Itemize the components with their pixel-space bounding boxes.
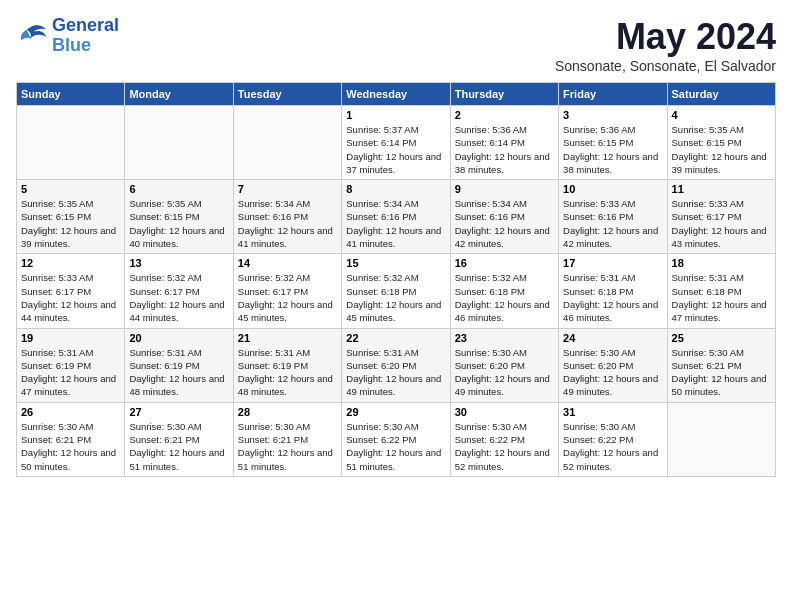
calendar-cell: 23Sunrise: 5:30 AMSunset: 6:20 PMDayligh… [450, 328, 558, 402]
calendar-cell: 25Sunrise: 5:30 AMSunset: 6:21 PMDayligh… [667, 328, 775, 402]
day-info: Sunrise: 5:35 AMSunset: 6:15 PMDaylight:… [672, 123, 771, 176]
calendar-week-2: 12Sunrise: 5:33 AMSunset: 6:17 PMDayligh… [17, 254, 776, 328]
day-info: Sunrise: 5:30 AMSunset: 6:22 PMDaylight:… [455, 420, 554, 473]
calendar-cell: 1Sunrise: 5:37 AMSunset: 6:14 PMDaylight… [342, 106, 450, 180]
day-number: 19 [21, 332, 120, 344]
calendar-cell: 10Sunrise: 5:33 AMSunset: 6:16 PMDayligh… [559, 180, 667, 254]
day-number: 11 [672, 183, 771, 195]
day-number: 24 [563, 332, 662, 344]
day-info: Sunrise: 5:30 AMSunset: 6:21 PMDaylight:… [21, 420, 120, 473]
calendar-cell: 24Sunrise: 5:30 AMSunset: 6:20 PMDayligh… [559, 328, 667, 402]
day-number: 26 [21, 406, 120, 418]
calendar-cell: 7Sunrise: 5:34 AMSunset: 6:16 PMDaylight… [233, 180, 341, 254]
calendar-cell: 18Sunrise: 5:31 AMSunset: 6:18 PMDayligh… [667, 254, 775, 328]
day-info: Sunrise: 5:34 AMSunset: 6:16 PMDaylight:… [455, 197, 554, 250]
title-block: May 2024 Sonsonate, Sonsonate, El Salvad… [555, 16, 776, 74]
weekday-header-friday: Friday [559, 83, 667, 106]
day-number: 12 [21, 257, 120, 269]
calendar-cell: 5Sunrise: 5:35 AMSunset: 6:15 PMDaylight… [17, 180, 125, 254]
calendar-cell: 29Sunrise: 5:30 AMSunset: 6:22 PMDayligh… [342, 402, 450, 476]
calendar-cell: 13Sunrise: 5:32 AMSunset: 6:17 PMDayligh… [125, 254, 233, 328]
day-number: 2 [455, 109, 554, 121]
day-info: Sunrise: 5:33 AMSunset: 6:17 PMDaylight:… [21, 271, 120, 324]
day-info: Sunrise: 5:31 AMSunset: 6:18 PMDaylight:… [672, 271, 771, 324]
day-info: Sunrise: 5:34 AMSunset: 6:16 PMDaylight:… [346, 197, 445, 250]
day-number: 10 [563, 183, 662, 195]
day-info: Sunrise: 5:34 AMSunset: 6:16 PMDaylight:… [238, 197, 337, 250]
day-number: 28 [238, 406, 337, 418]
weekday-header-sunday: Sunday [17, 83, 125, 106]
day-info: Sunrise: 5:30 AMSunset: 6:20 PMDaylight:… [455, 346, 554, 399]
calendar-cell: 26Sunrise: 5:30 AMSunset: 6:21 PMDayligh… [17, 402, 125, 476]
weekday-header-tuesday: Tuesday [233, 83, 341, 106]
calendar-cell: 28Sunrise: 5:30 AMSunset: 6:21 PMDayligh… [233, 402, 341, 476]
month-title: May 2024 [555, 16, 776, 58]
weekday-header-wednesday: Wednesday [342, 83, 450, 106]
calendar-cell: 19Sunrise: 5:31 AMSunset: 6:19 PMDayligh… [17, 328, 125, 402]
day-number: 15 [346, 257, 445, 269]
calendar-cell: 27Sunrise: 5:30 AMSunset: 6:21 PMDayligh… [125, 402, 233, 476]
day-number: 4 [672, 109, 771, 121]
day-number: 30 [455, 406, 554, 418]
calendar-week-0: 1Sunrise: 5:37 AMSunset: 6:14 PMDaylight… [17, 106, 776, 180]
day-number: 25 [672, 332, 771, 344]
day-info: Sunrise: 5:31 AMSunset: 6:19 PMDaylight:… [238, 346, 337, 399]
page-header: General Blue May 2024 Sonsonate, Sonsona… [16, 16, 776, 74]
calendar-cell: 2Sunrise: 5:36 AMSunset: 6:14 PMDaylight… [450, 106, 558, 180]
calendar-cell: 21Sunrise: 5:31 AMSunset: 6:19 PMDayligh… [233, 328, 341, 402]
logo-icon [16, 22, 48, 50]
day-info: Sunrise: 5:36 AMSunset: 6:15 PMDaylight:… [563, 123, 662, 176]
day-info: Sunrise: 5:32 AMSunset: 6:18 PMDaylight:… [346, 271, 445, 324]
day-info: Sunrise: 5:36 AMSunset: 6:14 PMDaylight:… [455, 123, 554, 176]
day-info: Sunrise: 5:30 AMSunset: 6:21 PMDaylight:… [672, 346, 771, 399]
calendar-cell [233, 106, 341, 180]
calendar-cell: 15Sunrise: 5:32 AMSunset: 6:18 PMDayligh… [342, 254, 450, 328]
day-info: Sunrise: 5:31 AMSunset: 6:19 PMDaylight:… [129, 346, 228, 399]
day-number: 21 [238, 332, 337, 344]
day-info: Sunrise: 5:35 AMSunset: 6:15 PMDaylight:… [129, 197, 228, 250]
day-info: Sunrise: 5:31 AMSunset: 6:18 PMDaylight:… [563, 271, 662, 324]
calendar-cell: 20Sunrise: 5:31 AMSunset: 6:19 PMDayligh… [125, 328, 233, 402]
day-info: Sunrise: 5:30 AMSunset: 6:22 PMDaylight:… [563, 420, 662, 473]
calendar-cell: 30Sunrise: 5:30 AMSunset: 6:22 PMDayligh… [450, 402, 558, 476]
day-number: 7 [238, 183, 337, 195]
day-number: 6 [129, 183, 228, 195]
day-info: Sunrise: 5:31 AMSunset: 6:20 PMDaylight:… [346, 346, 445, 399]
calendar-cell: 8Sunrise: 5:34 AMSunset: 6:16 PMDaylight… [342, 180, 450, 254]
calendar-cell: 17Sunrise: 5:31 AMSunset: 6:18 PMDayligh… [559, 254, 667, 328]
calendar-cell: 12Sunrise: 5:33 AMSunset: 6:17 PMDayligh… [17, 254, 125, 328]
calendar-cell: 22Sunrise: 5:31 AMSunset: 6:20 PMDayligh… [342, 328, 450, 402]
day-number: 31 [563, 406, 662, 418]
day-number: 17 [563, 257, 662, 269]
day-number: 22 [346, 332, 445, 344]
day-number: 14 [238, 257, 337, 269]
day-info: Sunrise: 5:30 AMSunset: 6:21 PMDaylight:… [129, 420, 228, 473]
day-number: 20 [129, 332, 228, 344]
logo-text: General Blue [52, 16, 119, 56]
day-number: 16 [455, 257, 554, 269]
day-number: 13 [129, 257, 228, 269]
day-info: Sunrise: 5:30 AMSunset: 6:22 PMDaylight:… [346, 420, 445, 473]
day-number: 3 [563, 109, 662, 121]
calendar-body: 1Sunrise: 5:37 AMSunset: 6:14 PMDaylight… [17, 106, 776, 477]
logo: General Blue [16, 16, 119, 56]
calendar-cell: 31Sunrise: 5:30 AMSunset: 6:22 PMDayligh… [559, 402, 667, 476]
day-number: 29 [346, 406, 445, 418]
calendar-week-3: 19Sunrise: 5:31 AMSunset: 6:19 PMDayligh… [17, 328, 776, 402]
calendar-cell [17, 106, 125, 180]
day-info: Sunrise: 5:32 AMSunset: 6:18 PMDaylight:… [455, 271, 554, 324]
day-info: Sunrise: 5:31 AMSunset: 6:19 PMDaylight:… [21, 346, 120, 399]
day-number: 18 [672, 257, 771, 269]
day-number: 1 [346, 109, 445, 121]
calendar-week-1: 5Sunrise: 5:35 AMSunset: 6:15 PMDaylight… [17, 180, 776, 254]
calendar-cell: 14Sunrise: 5:32 AMSunset: 6:17 PMDayligh… [233, 254, 341, 328]
day-number: 9 [455, 183, 554, 195]
day-info: Sunrise: 5:32 AMSunset: 6:17 PMDaylight:… [129, 271, 228, 324]
calendar-table: SundayMondayTuesdayWednesdayThursdayFrid… [16, 82, 776, 477]
calendar-cell: 16Sunrise: 5:32 AMSunset: 6:18 PMDayligh… [450, 254, 558, 328]
weekday-header-row: SundayMondayTuesdayWednesdayThursdayFrid… [17, 83, 776, 106]
day-number: 27 [129, 406, 228, 418]
day-info: Sunrise: 5:33 AMSunset: 6:16 PMDaylight:… [563, 197, 662, 250]
calendar-cell: 3Sunrise: 5:36 AMSunset: 6:15 PMDaylight… [559, 106, 667, 180]
day-info: Sunrise: 5:30 AMSunset: 6:21 PMDaylight:… [238, 420, 337, 473]
